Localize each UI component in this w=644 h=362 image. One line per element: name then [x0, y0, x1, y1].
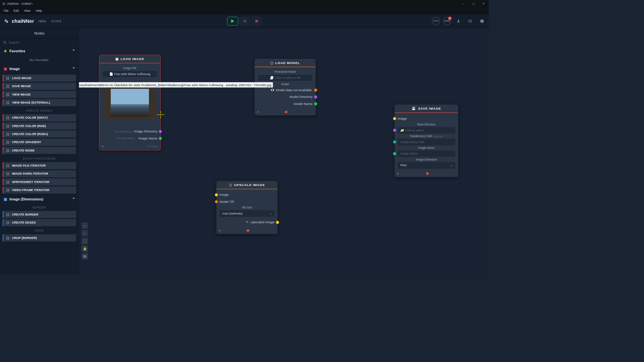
node-entry-view-image-external[interactable]: ▢VIEW IMAGE (EXTERNAL) — [3, 99, 76, 106]
stop-button[interactable] — [252, 17, 262, 25]
file-input[interactable]: 📄 Frau sehr kleine Auflösung — [102, 70, 157, 77]
node-entry-create-border[interactable]: ▢CREATE BORDER — [3, 211, 76, 218]
subdir-input[interactable]: Subdirectory Path — [398, 139, 455, 145]
port-icon[interactable] — [215, 193, 218, 196]
input-image-name[interactable]: Image Name — [398, 150, 455, 157]
tile-size-select[interactable]: Auto (estimate) ⌄ — [219, 210, 274, 217]
output-model[interactable]: 👁‍🗨 Model data not available. — [258, 86, 313, 93]
output-image-directory[interactable]: ..der\Skalierung Image Directory — [102, 128, 157, 135]
node-header[interactable]: ◌ LOAD MODEL — [255, 59, 316, 67]
eye-icon: ▢ — [6, 93, 10, 97]
node-load-image[interactable]: ▣ LOAD IMAGE Image File 📄 Frau sehr klei… — [99, 55, 160, 150]
ram-meter[interactable]: RAM2 — [443, 17, 451, 25]
file-icon: ▢ — [6, 76, 10, 80]
menu-file[interactable]: File — [1, 8, 11, 13]
port-icon[interactable] — [314, 95, 317, 98]
node-entry-create-edges[interactable]: ▢CREATE EDGES — [3, 219, 76, 226]
input-image[interactable]: Image — [219, 191, 274, 198]
canvas[interactable]: C:\Users\stefa\4eck Media Dropbox\stefan… — [79, 28, 489, 275]
node-entry-create-color-rgb[interactable]: ▢CREATE COLOR (RGB) — [3, 122, 76, 129]
export-button[interactable] — [466, 17, 475, 25]
base-dir-input[interactable]: 📁 Click to select... — [398, 127, 455, 134]
node-entry-spritesheet-iterator[interactable]: ▢SPRITESHEET ITERATOR — [3, 178, 76, 185]
port-icon[interactable] — [393, 152, 396, 155]
menu-help[interactable]: Help — [33, 8, 45, 13]
settings-button[interactable] — [478, 17, 486, 25]
cpu-meter[interactable]: CPU — [432, 17, 440, 25]
lock-button[interactable]: 🔒 — [82, 245, 88, 252]
play-icon[interactable]: ▶ — [102, 145, 104, 148]
port-icon[interactable] — [314, 102, 317, 105]
svg-rect-1 — [244, 19, 244, 22]
menu-view[interactable]: View — [21, 8, 33, 13]
node-save-image[interactable]: 💾 SAVE IMAGE Image Base Directory 📁 Clic… — [394, 105, 458, 177]
node-entry-load-image[interactable]: ▢LOAD IMAGE — [3, 74, 76, 81]
input-base-directory[interactable]: 📁 Click to select... — [398, 127, 455, 134]
download-button[interactable] — [454, 17, 463, 25]
save-icon: ▢ — [6, 84, 10, 88]
node-header[interactable]: ▣ LOAD IMAGE — [99, 55, 160, 63]
node-entry-create-noise[interactable]: ▢CREATE NOISE — [3, 147, 76, 154]
ram-notification: 2 — [448, 16, 452, 20]
model-file-input[interactable]: 📄 Click to select a file — [258, 74, 313, 81]
svg-rect-3 — [255, 20, 258, 22]
play-icon[interactable]: ▶ — [257, 110, 259, 114]
play-icon[interactable]: ▶ — [219, 229, 221, 232]
output-image-name[interactable]: Frau sehr kleine... Image Name — [102, 135, 157, 141]
node-entry-image-pairs-iterator[interactable]: ▢IMAGE PAIRS ITERATOR — [3, 170, 76, 177]
port-icon[interactable] — [314, 88, 317, 92]
node-entry-video-frame-iterator[interactable]: ▢VIDEO FRAME ITERATOR — [3, 186, 76, 193]
node-entry-image-file-iterator[interactable]: ▢IMAGE FILE ITERATOR — [3, 162, 76, 169]
node-entry-view-image[interactable]: ▢VIEW IMAGE — [3, 91, 76, 98]
port-icon[interactable] — [159, 137, 162, 140]
port-icon[interactable] — [276, 221, 279, 224]
eye-icon[interactable]: 👁 — [246, 220, 249, 224]
node-header[interactable]: ◌ UPSCALE IMAGE — [216, 181, 277, 189]
dimensions-node-list: BORDER ▢CREATE BORDER ▢CREATE EDGES CROP… — [0, 204, 79, 242]
play-icon[interactable]: ▶ — [397, 172, 399, 175]
output-model-directory[interactable]: Model Directory — [258, 94, 313, 100]
input-model[interactable]: Model SR — [219, 198, 274, 205]
node-title: SAVE IMAGE — [418, 107, 441, 110]
dimensions-category-label: Image (Dimensions) — [9, 197, 43, 201]
ext-select[interactable]: PNG ⌄ — [398, 162, 455, 169]
node-entry-create-color-rgba[interactable]: ▢CREATE COLOR (RGBA) — [3, 130, 76, 137]
image-name-input[interactable]: Image Name — [398, 150, 455, 157]
node-entry-save-image[interactable]: ▢SAVE IMAGE — [3, 83, 76, 90]
search-input[interactable] — [9, 41, 76, 44]
port-icon[interactable] — [393, 129, 396, 132]
run-button[interactable] — [227, 17, 238, 25]
node-upscale-image[interactable]: ◌ UPSCALE IMAGE Image Model SR Tile Size… — [216, 181, 277, 234]
zoom-out-button[interactable]: − — [82, 230, 88, 237]
port-icon[interactable] — [393, 117, 396, 120]
port-icon[interactable] — [393, 140, 396, 143]
port-icon[interactable] — [215, 200, 218, 203]
image-category-header[interactable]: ▣ Image ⌃ — [0, 64, 79, 73]
maximize-button[interactable]: ▢ — [469, 0, 479, 8]
zoom-in-button[interactable]: + — [82, 222, 88, 229]
image-category-label: Image — [9, 67, 20, 71]
svg-point-5 — [3, 41, 5, 43]
output-upscaled-image[interactable]: 👁 Upscaled Image — [219, 219, 274, 226]
close-button[interactable]: ✕ — [479, 0, 489, 8]
output-label: Upscaled Image — [251, 220, 274, 224]
menu-edit[interactable]: Edit — [11, 8, 21, 13]
node-entry-create-gradient[interactable]: ▢CREATE GRADIENT — [3, 139, 76, 146]
subdir-label: Subdirectory Pathoptional — [398, 135, 455, 138]
pause-button[interactable] — [240, 17, 250, 25]
node-entry-crop-border[interactable]: ▢CROP (BORDER) — [3, 234, 76, 241]
fit-view-button[interactable]: ⛶ — [82, 238, 88, 244]
svg-line-6 — [5, 43, 6, 44]
input-subdir[interactable]: Subdirectory Path — [398, 139, 455, 145]
node-entry-create-color-gray[interactable]: ▢CREATE COLOR (GRAY) — [3, 114, 76, 121]
minimize-button[interactable]: ─ — [458, 0, 468, 8]
port-icon[interactable] — [159, 130, 162, 133]
favorites-header[interactable]: ★ Favorites ⌃ — [0, 46, 79, 55]
sidebar-tab-nodes[interactable]: Nodes — [0, 28, 79, 38]
output-label: Model Name — [294, 102, 313, 106]
dimensions-category-header[interactable]: ▦ Image (Dimensions) ⌃ — [0, 195, 79, 204]
node-header[interactable]: 💾 SAVE IMAGE — [394, 105, 458, 113]
output-model-name[interactable]: Model Name — [258, 100, 313, 107]
export-snapshot-button[interactable]: ▤ — [82, 253, 88, 259]
input-image[interactable]: Image — [398, 115, 455, 122]
